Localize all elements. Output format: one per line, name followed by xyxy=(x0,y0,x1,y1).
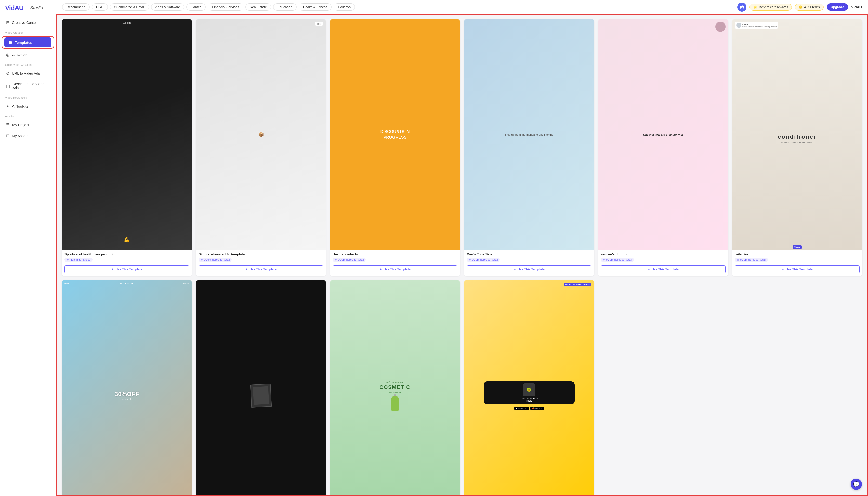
star-icon: ★ xyxy=(335,259,337,261)
sidebar-item-ai-avatar[interactable]: ◎ AI Avatar xyxy=(2,50,54,60)
template-card-mens: Step up from the mundane and into the Me… xyxy=(464,19,594,276)
templates-icon: ▦ xyxy=(9,40,12,45)
credits-value: 457 Credits xyxy=(804,5,820,9)
star-icon: ★ xyxy=(737,259,739,261)
credits-button[interactable]: 🪙 457 Credits xyxy=(795,3,823,11)
card-title-toiletries: toiletries xyxy=(735,252,859,256)
sidebar-label-ai-toolkits: AI Toolkits xyxy=(12,104,28,108)
logo-area: VidAU | Studio xyxy=(0,4,56,17)
use-template-btn-sports[interactable]: ✦ Use This Template xyxy=(64,265,189,274)
template-card-simple: offer 📦 Simple advanced 3c template ★ eC… xyxy=(196,19,326,276)
sidebar-label-url-video: URL to Video Ads xyxy=(12,71,40,75)
use-template-icon: ✦ xyxy=(379,268,382,271)
use-template-label-sports: Use This Template xyxy=(115,268,142,271)
filter-games[interactable]: Games xyxy=(186,3,206,11)
use-template-label-health: Use This Template xyxy=(383,268,410,271)
use-template-icon: ✦ xyxy=(111,268,114,271)
use-template-icon: ✦ xyxy=(246,268,248,271)
card-tag-sports: ★ Health & Fitness xyxy=(64,258,93,262)
sidebar-section-recreation: Video Recreation xyxy=(0,93,56,101)
chat-icon: 💬 xyxy=(853,481,859,487)
card-tag-womens: ★ eCommerce & Retail xyxy=(601,258,634,262)
app-container: VidAU | Studio ⊞ Creative Center Video C… xyxy=(0,0,868,496)
toolkit-icon: ✦ xyxy=(6,104,10,109)
use-template-icon: ✦ xyxy=(514,268,516,271)
template-card-colorful: NEWON-DEMANDDROP 30%OFF at launch Colorf… xyxy=(62,280,192,496)
sidebar-item-templates[interactable]: ▦ Templates xyxy=(4,37,51,47)
template-grid: WHEN 💪 Sports and health care product ..… xyxy=(62,19,862,496)
use-template-btn-simple[interactable]: ✦ Use This Template xyxy=(199,265,323,274)
filter-health[interactable]: Health & Fitness xyxy=(299,3,332,11)
card-info-mens: Men's Tops Sale ★ eCommerce & Retail xyxy=(464,250,594,266)
sidebar-item-url-video[interactable]: ⊙ URL to Video Ads xyxy=(2,68,54,78)
tag-label-mens: eCommerce & Retail xyxy=(472,258,498,261)
sidebar-item-my-assets[interactable]: ⊟ My Assets xyxy=(2,131,54,141)
card-title-simple: Simple advanced 3c template xyxy=(199,252,323,256)
tag-label-sports: Health & Fitness xyxy=(70,258,91,261)
sidebar-section-video-creation: Video Creation xyxy=(0,28,56,36)
use-template-btn-mens[interactable]: ✦ Use This Template xyxy=(467,265,591,274)
thumbnail-green: anti-aging serum COSMETIC BRANDNAME Hey … xyxy=(330,280,460,496)
topbar: Recommend UGC eCommerce & Retail Apps & … xyxy=(56,0,868,14)
card-title-womens: women's clothing xyxy=(601,252,726,256)
tag-label-toiletries: eCommerce & Retail xyxy=(740,258,766,261)
filter-recommend[interactable]: Recommend xyxy=(62,3,90,11)
invite-label: Invite to earn rewards xyxy=(759,5,788,9)
sidebar-templates-highlight: ▦ Templates xyxy=(1,36,54,49)
star-icon: ★ xyxy=(66,259,69,261)
chat-support-button[interactable]: 💬 xyxy=(851,479,862,490)
star-icon: ★ xyxy=(201,259,203,261)
topbar-actions: 🌟 Invite to earn rewards 🪙 457 Credits U… xyxy=(737,2,862,12)
tag-label-womens: eCommerce & Retail xyxy=(606,258,632,261)
use-template-btn-womens[interactable]: ✦ Use This Template xyxy=(601,265,726,274)
sidebar-item-my-project[interactable]: ☰ My Project xyxy=(2,120,54,130)
health-overlay-text: DISCOUNTS INPROGRESS xyxy=(377,126,413,143)
sidebar-label-templates: Templates xyxy=(15,41,32,45)
card-title-mens: Men's Tops Sale xyxy=(467,252,591,256)
sidebar-item-desc-video[interactable]: ◫ Description to Video Ads xyxy=(2,79,54,93)
thumbnail-blackpolaroid: Hello! H SHOP NOW →→→ xyxy=(196,280,326,496)
template-card-blackpolaroid: Hello! H SHOP NOW →→→ black polaroid ★ e… xyxy=(196,280,326,496)
use-template-btn-toiletries[interactable]: ✦ Use This Template xyxy=(735,265,859,274)
grid-icon: ⊞ xyxy=(6,20,10,25)
card-info-toiletries: toiletries ★ eCommerce & Retail xyxy=(732,250,862,266)
thumbnail-game: 🐸 THE BEGGAR'SRIDE ▶ Google Play 🍎 App S… xyxy=(464,280,594,496)
card-info-womens: women's clothing ★ eCommerce & Retail xyxy=(598,250,728,266)
template-card-health: DISCOUNTS INPROGRESS Health products ★ e… xyxy=(330,19,460,276)
card-title-sports: Sports and health care product ... xyxy=(64,252,189,256)
filter-holidays[interactable]: Holidays xyxy=(334,3,355,11)
invite-rewards-button[interactable]: 🌟 Invite to earn rewards xyxy=(749,3,792,11)
use-template-btn-health[interactable]: ✦ Use This Template xyxy=(333,265,457,274)
thumbnail-mens: Step up from the mundane and into the xyxy=(464,19,594,250)
tag-label-health: eCommerce & Retail xyxy=(338,258,364,261)
thumbnail-toiletries: Lily-wRecommend a very useful cleaning p… xyxy=(732,19,862,250)
sidebar-label-my-project: My Project xyxy=(12,123,29,127)
card-tag-toiletries: ★ eCommerce & Retail xyxy=(735,258,768,262)
card-info-health: Health products ★ eCommerce & Retail xyxy=(330,250,460,266)
use-template-label-toiletries: Use This Template xyxy=(786,268,812,271)
upgrade-button[interactable]: Upgrade xyxy=(827,3,848,11)
discord-button[interactable] xyxy=(737,2,746,12)
sidebar-item-creative-center[interactable]: ⊞ Creative Center xyxy=(2,18,54,28)
filter-apps[interactable]: Apps & Software xyxy=(151,3,185,11)
filter-education[interactable]: Education xyxy=(273,3,297,11)
star-icon: ★ xyxy=(603,259,605,261)
project-icon: ☰ xyxy=(6,122,10,127)
invite-icon: 🌟 xyxy=(753,5,757,9)
card-tag-mens: ★ eCommerce & Retail xyxy=(467,258,500,262)
sidebar: VidAU | Studio ⊞ Creative Center Video C… xyxy=(0,0,56,496)
thumbnail-sports-health: WHEN 💪 xyxy=(62,19,192,250)
filter-financial[interactable]: Financial Services xyxy=(208,3,243,11)
template-card-womens: Unveil a new era of allure with women's … xyxy=(598,19,728,276)
use-template-icon: ✦ xyxy=(648,268,650,271)
use-template-label-simple: Use This Template xyxy=(250,268,276,271)
sidebar-item-ai-toolkits[interactable]: ✦ AI Toolkits xyxy=(2,101,54,111)
thumbnail-health: DISCOUNTS INPROGRESS xyxy=(330,19,460,250)
user-label[interactable]: VidAU xyxy=(851,5,862,9)
filter-ugc[interactable]: UGC xyxy=(92,3,108,11)
filter-realestate[interactable]: Real Estate xyxy=(246,3,271,11)
logo-vidau: VidAU xyxy=(5,4,24,12)
filter-ecommerce[interactable]: eCommerce & Retail xyxy=(110,3,149,11)
card-info-sports: Sports and health care product ... ★ Hea… xyxy=(62,250,192,266)
card-title-health: Health products xyxy=(333,252,457,256)
